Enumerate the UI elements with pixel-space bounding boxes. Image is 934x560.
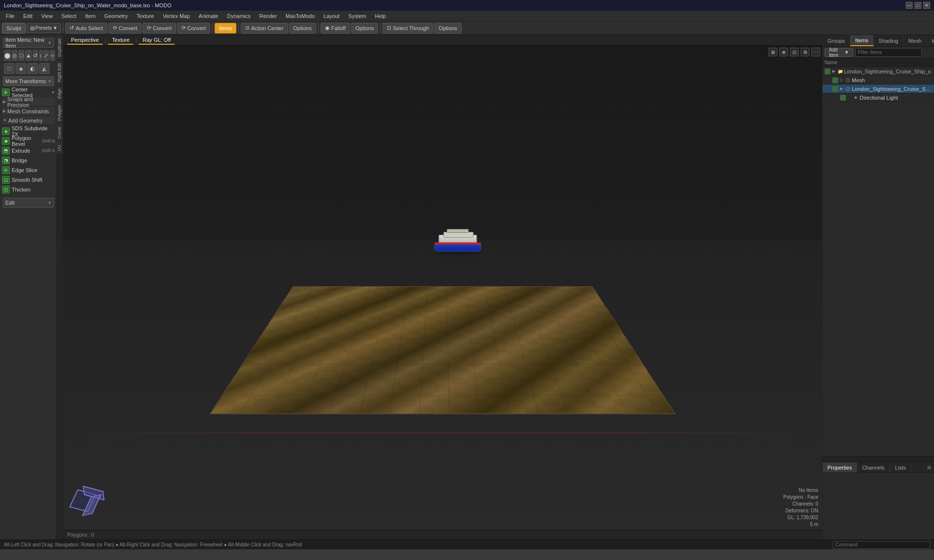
items-button[interactable]: Items [215,23,236,34]
close-button[interactable]: ✕ [923,2,930,9]
maximize-button[interactable]: □ [915,2,921,9]
convert-button-2[interactable]: ⟳ Convert [143,23,176,34]
smooth-shift-label[interactable]: Smooth Shift [11,176,55,184]
snaps-section[interactable]: ▶ Snaps and Precision [2,98,55,106]
presets-button[interactable]: ▤ Presets ▼ [27,23,61,33]
menu-dynamics[interactable]: Dynamics [223,12,254,20]
auto-select-button[interactable]: ↺ Auto Select [65,23,107,34]
torus-icon-btn[interactable]: ◎ [12,50,18,61]
sculpt-icon-btn[interactable]: ◭ [39,63,50,74]
menu-item[interactable]: Item [81,12,99,20]
mesh-tab[interactable]: Mesh [903,35,927,46]
command-input[interactable] [833,541,930,549]
vp-maximize-btn[interactable]: ⊡ [790,48,799,56]
xform-icon-btn[interactable]: □ [4,63,15,74]
menu-animate[interactable]: Animate [195,12,222,20]
edit-dropdown[interactable]: Edit ▼ [3,198,54,208]
menu-texture[interactable]: Texture [133,12,158,20]
select-through-button[interactable]: ⊡ Select Through [382,23,433,34]
viewport-3d[interactable]: ⊞ ⊕ ⊡ ⚙ ⋯ No Items Polygons : Face Chann… [63,46,822,530]
shading-tab[interactable]: Shading [874,35,903,46]
expand-icon-light[interactable] [847,95,852,100]
menu-system[interactable]: System [344,12,370,20]
channels-tab[interactable]: Channels [857,462,890,472]
side-tab-duplicate[interactable]: Duplicate [56,35,63,60]
side-tab-edge[interactable]: Edge [56,85,63,102]
side-tab-polygon[interactable]: Polygon [56,102,63,124]
options-button-2[interactable]: Options [351,23,378,34]
menu-vertexmap[interactable]: Vertex Map [159,12,194,20]
side-tab-edit[interactable]: Right Edit [56,60,63,85]
menu-help[interactable]: Help [371,12,390,20]
visibility-icon-ship[interactable] [832,86,838,92]
perspective-tab[interactable]: Perspective [67,36,103,45]
side-tab-uv[interactable]: UV [56,141,63,154]
ship-body [435,229,481,251]
falloff-button[interactable]: ◉ Falloff [321,23,350,34]
items-tab[interactable]: Items [850,35,874,46]
bevel-label[interactable]: Polygon Bevel [11,134,41,148]
paint-icon-btn[interactable]: ◐ [27,63,38,74]
add-geometry-section[interactable]: ▼ Add Geometry [2,116,55,125]
menu-file[interactable]: File [2,12,18,20]
properties-tab[interactable]: Properties [823,462,857,472]
side-tab-curve[interactable]: Curve [56,123,63,141]
lists-tab[interactable]: Lists [890,462,912,472]
minimize-button[interactable]: — [906,2,913,9]
more-transforms-dropdown[interactable]: More Transforms ▼ [3,76,54,86]
texture-tab[interactable]: Texture [108,36,133,45]
item-row-mesh[interactable]: ▷ ⬡ Mesh [823,76,934,85]
menu-select[interactable]: Select [57,12,80,20]
sculpt-button[interactable]: Sculpt [2,23,26,34]
cone-icon-btn[interactable]: ▲ [25,50,32,61]
expand-icon-root[interactable]: ▶ [831,69,836,74]
vp-settings-btn[interactable]: ⚙ [801,48,809,56]
expand-icon-ship[interactable]: ▶ [839,87,844,91]
navigation-cube[interactable] [73,491,97,515]
rotate-icon-btn[interactable]: ↺ [33,50,38,61]
images-tab[interactable]: Images [927,35,934,46]
convert-button-1[interactable]: ⟳ Convert [108,23,142,34]
panel-expand-icon[interactable]: ⊞ [924,463,934,472]
move-icon-btn[interactable]: ⤢ [43,50,49,61]
items-scrollbar[interactable] [823,456,934,462]
raygl-tab[interactable]: Ray GL: Off [139,36,175,45]
options-button-1[interactable]: Options [289,23,316,34]
vp-fit-btn[interactable]: ⊞ [769,48,777,56]
menu-layout[interactable]: Layout [320,12,343,20]
window-controls[interactable]: — □ ✕ [906,2,930,9]
visibility-icon-mesh[interactable] [832,77,838,83]
thicken-label[interactable]: Thicken [11,186,55,193]
vp-more-btn[interactable]: ⋯ [811,48,820,56]
menu-maxtomodo[interactable]: MaxToModo [282,12,319,20]
item-row-ship[interactable]: ▶ ⬡ London_Sightseeing_Cruise_Ship_on_W.… [823,85,934,93]
deform-icon-btn[interactable]: ◈ [16,63,26,74]
visibility-icon-light[interactable] [840,95,846,101]
tool-dropdown[interactable]: Item Menu: New Item ▼ [3,38,54,48]
options-button-3[interactable]: Options [434,23,462,34]
bridge-label[interactable]: Bridge [11,157,55,164]
item-row-light[interactable]: ☀ Directional Light [823,93,934,102]
mesh-constraints-icon: ▶ [3,109,6,113]
add-item-button[interactable]: Add Item ▼ [825,48,853,57]
menu-view[interactable]: View [37,12,57,20]
vp-zoom-btn[interactable]: ⊕ [779,48,788,56]
select-icon-btn[interactable]: ⊹ [50,50,55,61]
visibility-icon-root[interactable] [825,69,830,74]
item-row-root[interactable]: ▶ 📁 London_Sightseeing_Cruise_Ship_o [823,67,934,76]
convert-button-3[interactable]: ⟳ Convert [177,23,211,34]
extrude-label[interactable]: Extrude [11,147,41,155]
filter-items-input[interactable] [855,48,922,57]
menu-geometry[interactable]: Geometry [100,12,131,20]
menu-render[interactable]: Render [255,12,281,20]
edge-slice-label[interactable]: Edge Slice [11,166,55,174]
groups-tab[interactable]: Groups [823,35,850,46]
sphere-icon-btn[interactable]: ⬤ [4,50,11,61]
expand-icon-mesh[interactable]: ▷ [839,78,844,83]
mesh-constraints-section[interactable]: ▶ Mesh Constraints [2,107,55,116]
menu-edit[interactable]: Edit [19,12,36,20]
cube-icon-btn[interactable]: ⬡ [18,50,24,61]
scale-icon-btn[interactable]: ↕ [39,50,43,61]
extrude-row: ⬒ Extrude Shift-X [2,146,55,156]
action-center-button[interactable]: ⊙ Action Center [241,23,288,34]
